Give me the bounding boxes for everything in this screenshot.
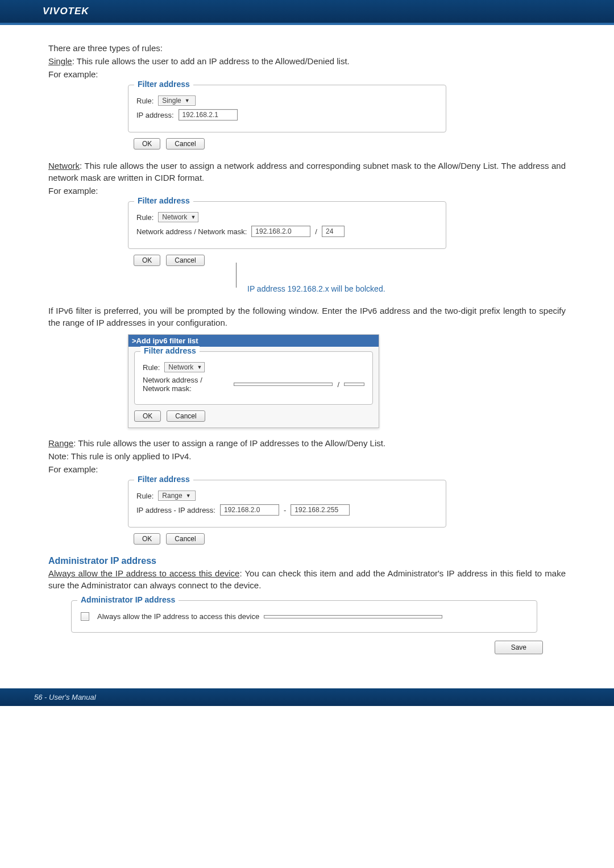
filter-legend: Filter address: [140, 346, 200, 355]
rule-select-value: Range: [162, 492, 182, 500]
intro-line: There are three types of rules:: [48, 42, 566, 54]
ipv6-dialog: >Add ipv6 filter list Filter address Rul…: [128, 334, 379, 428]
network-callout: IP address 192.168.2.x will be bolcked.: [128, 276, 446, 297]
rule-label: Rule:: [143, 363, 160, 372]
admin-ip-widget: Administrator IP address Always allow th…: [71, 600, 537, 633]
filter-fieldset: Filter address Rule: Network ▼ Network a…: [134, 351, 373, 405]
mask-separator: /: [315, 227, 317, 236]
admin-fieldset: Administrator IP address Always allow th…: [71, 600, 537, 633]
ipv6-banner: >Add ipv6 filter list: [128, 335, 379, 347]
network-addr-label: Network address / Network mask:: [143, 376, 229, 393]
network-def: : This rule allows the user to assign a …: [48, 161, 566, 182]
range-from-input[interactable]: 192.168.2.0: [220, 504, 279, 516]
ok-button[interactable]: OK: [134, 138, 160, 149]
filter-legend: Filter address: [134, 196, 193, 205]
mask-separator: /: [337, 380, 339, 389]
for-example-2: For example:: [48, 185, 566, 197]
admin-lead: Always allow the IP address to access th…: [48, 567, 566, 591]
range-note: Note: This rule is only applied to IPv4.: [48, 450, 566, 462]
admin-legend: Administrator IP address: [77, 595, 179, 604]
save-button[interactable]: Save: [495, 641, 543, 654]
rule-select-value: Network: [168, 363, 193, 371]
range-separator: -: [284, 506, 286, 514]
ip-address-label: IP address:: [136, 111, 174, 119]
single-def-line: Single: This rule allows the user to add…: [48, 55, 566, 67]
filter-fieldset: Filter address Rule: Single ▼ IP address…: [128, 85, 446, 132]
single-label: Single: [48, 56, 72, 66]
rule-select-value: Single: [162, 97, 181, 105]
network-label: Network: [48, 161, 80, 171]
cancel-button[interactable]: Cancel: [166, 533, 204, 545]
filter-legend: Filter address: [134, 80, 193, 89]
rule-select-value: Network: [162, 213, 187, 221]
filter-range-widget: Filter address Rule: Range ▼ IP address …: [128, 480, 446, 545]
chevron-down-icon: ▼: [186, 493, 191, 499]
chevron-down-icon: ▼: [190, 214, 196, 220]
always-allow-checkbox[interactable]: [81, 612, 89, 621]
chevron-down-icon: ▼: [185, 98, 190, 103]
ip-address-input[interactable]: 192.168.2.1: [179, 109, 238, 121]
rule-select[interactable]: Single ▼: [158, 95, 196, 106]
filter-fieldset: Filter address Rule: Range ▼ IP address …: [128, 480, 446, 528]
admin-ip-input[interactable]: [264, 615, 442, 618]
filter-network-widget: Filter address Rule: Network ▼ Network a…: [128, 201, 446, 266]
rule-select[interactable]: Range ▼: [158, 491, 196, 501]
cancel-button[interactable]: Cancel: [166, 255, 204, 266]
ipv6-intro: If IPv6 filter is preferred, you will be…: [48, 305, 566, 329]
ok-button[interactable]: OK: [134, 255, 160, 266]
for-example-3: For example:: [48, 463, 566, 475]
cancel-button[interactable]: Cancel: [167, 410, 205, 422]
cancel-button[interactable]: Cancel: [166, 138, 204, 149]
callout-text: IP address 192.168.2.x will be bolcked.: [247, 284, 385, 293]
rule-select[interactable]: Network ▼: [164, 362, 205, 372]
rule-label: Rule:: [136, 492, 154, 500]
range-addr-label: IP address - IP address:: [136, 506, 215, 514]
network-addr-label: Network address / Network mask:: [136, 227, 247, 236]
admin-lead-u: Always allow the IP address to access th…: [48, 568, 239, 578]
range-label: Range: [48, 438, 73, 448]
filter-legend: Filter address: [134, 475, 193, 484]
network-addr-input[interactable]: 192.168.2.0: [251, 226, 310, 237]
brand-header: VIVOTEK: [0, 0, 614, 23]
filter-fieldset: Filter address Rule: Network ▼ Network a…: [128, 201, 446, 249]
for-example-1: For example:: [48, 68, 566, 80]
range-def-line: Range: This rule allows the user to assi…: [48, 437, 566, 449]
page-footer: 56 - User's Manual: [0, 688, 614, 706]
single-def: : This rule allows the user to add an IP…: [72, 56, 350, 66]
network-mask-input[interactable]: 24: [322, 226, 345, 237]
ok-button[interactable]: OK: [134, 533, 160, 545]
rule-label: Rule:: [136, 97, 154, 105]
ipv6-addr-input[interactable]: [234, 383, 333, 386]
callout-line: [236, 263, 237, 288]
always-allow-label: Always allow the IP address to access th…: [97, 612, 259, 621]
rule-label: Rule:: [136, 213, 154, 222]
chevron-down-icon: ▼: [197, 364, 202, 370]
range-to-input[interactable]: 192.168.2.255: [291, 504, 350, 516]
rule-select[interactable]: Network ▼: [158, 212, 198, 222]
admin-heading: Administrator IP address: [48, 556, 566, 566]
range-def: : This rule allows the user to assign a …: [73, 438, 385, 448]
ipv6-mask-input[interactable]: [344, 383, 364, 386]
ok-button[interactable]: OK: [134, 410, 161, 422]
header-separator: [0, 23, 614, 25]
network-def-line: Network: This rule allows the user to as…: [48, 160, 566, 184]
filter-single-widget: Filter address Rule: Single ▼ IP address…: [128, 85, 446, 149]
